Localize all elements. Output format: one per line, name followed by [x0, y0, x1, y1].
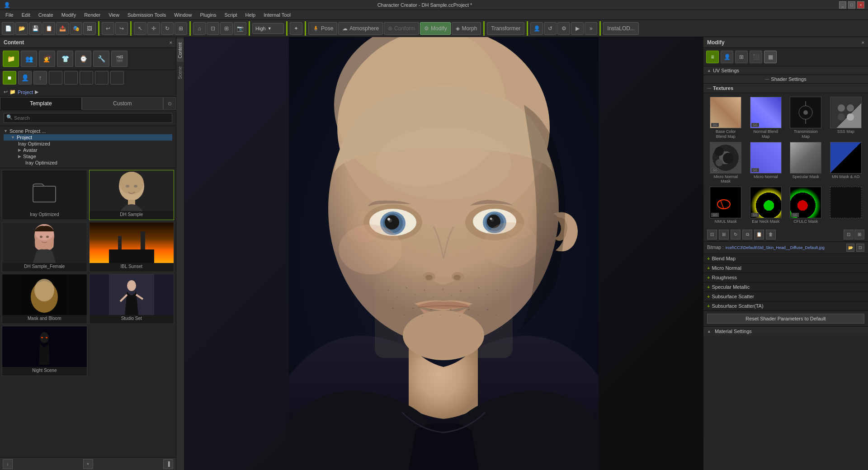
- view-toggle-btn[interactable]: ▐: [163, 459, 173, 469]
- filter-type1-btn[interactable]: 👤: [18, 71, 32, 85]
- bitmap-browse-btn[interactable]: 📂: [846, 244, 854, 252]
- menu-render[interactable]: Render: [80, 11, 104, 19]
- filter-type6-btn[interactable]: [95, 71, 108, 85]
- render-button[interactable]: 🖼: [83, 22, 96, 35]
- tex-tool-fullscreen[interactable]: ⊞: [854, 230, 864, 240]
- instalod-button[interactable]: InstaLOD...: [603, 22, 639, 35]
- atmosphere-button[interactable]: ☁ Atmosphere: [338, 22, 383, 35]
- tab-custom[interactable]: Custom: [82, 97, 164, 110]
- tree-project[interactable]: ▼ Project: [4, 134, 172, 141]
- texture-thumb-micro-normal-mask[interactable]: GG: [710, 142, 741, 174]
- tree-iray-optimized[interactable]: Iray Optimized: [4, 141, 172, 147]
- textures-section-header[interactable]: — Textures: [703, 84, 868, 93]
- pose-button[interactable]: 🧍 Pose: [308, 22, 337, 35]
- menu-script[interactable]: Script: [221, 11, 241, 19]
- cloth-icon-btn[interactable]: 👕: [57, 51, 73, 67]
- open-button[interactable]: 📂: [15, 22, 28, 35]
- tex-tool-copy[interactable]: ⧉: [742, 230, 752, 240]
- person-icon-btn[interactable]: 👤: [530, 22, 543, 35]
- list-item[interactable]: Iray Optimized: [2, 170, 87, 220]
- tex-tool-fit[interactable]: ⊞: [719, 230, 729, 240]
- scale-tool[interactable]: ⊞: [175, 22, 187, 35]
- uv-settings-section[interactable]: ▲ UV Settings: [703, 66, 868, 75]
- tree-scene-project[interactable]: ▼ Scene Project ...: [4, 128, 172, 134]
- roughness-section[interactable]: + Roughness: [703, 273, 868, 282]
- frame-button[interactable]: ⊡: [207, 22, 219, 35]
- close-button[interactable]: ×: [857, 1, 864, 9]
- home-view-button[interactable]: ⌂: [193, 22, 206, 35]
- tree-iray-optimized-2[interactable]: Iray Optimized: [4, 160, 172, 166]
- filter-type7-btn[interactable]: [110, 71, 124, 85]
- modify-vertex-btn[interactable]: ⬛: [750, 51, 762, 63]
- modify-transform-btn[interactable]: ⊞: [735, 51, 748, 63]
- morph-button[interactable]: ◈ Morph: [452, 22, 481, 35]
- material-settings-section[interactable]: ▲ Material Settings: [703, 326, 868, 336]
- select-tool[interactable]: ↖: [134, 22, 146, 35]
- filter-all-btn[interactable]: ■: [3, 71, 16, 85]
- menu-submission-tools[interactable]: Submission Tools: [124, 11, 170, 19]
- redo-button[interactable]: ↪: [115, 22, 128, 35]
- reset-shader-btn[interactable]: Reset Shader Parameters to Default: [707, 314, 864, 324]
- import-button[interactable]: 🎭: [70, 22, 82, 35]
- window-controls[interactable]: _ □ ×: [839, 1, 864, 9]
- viewport-canvas[interactable]: [184, 37, 703, 470]
- breadcrumb-project[interactable]: Project: [18, 89, 33, 95]
- blend-map-section[interactable]: + Blend Map: [703, 254, 868, 263]
- close-modify-btn[interactable]: ×: [862, 40, 864, 45]
- save-as-button[interactable]: 📋: [42, 22, 55, 35]
- scenes-icon-btn[interactable]: 📁: [3, 51, 19, 67]
- tabs-options-btn[interactable]: ⊙: [163, 97, 176, 110]
- list-item[interactable]: DH Sample_Female: [2, 222, 87, 272]
- tex-tool-rotate[interactable]: ↻: [731, 230, 741, 240]
- scroll-down-btn[interactable]: ↓: [3, 459, 13, 469]
- transformer-button[interactable]: Transformer: [487, 22, 524, 35]
- motion-icon-btn[interactable]: 🎬: [111, 51, 127, 67]
- menu-window[interactable]: Window: [170, 11, 195, 19]
- texture-thumb-specular-mask[interactable]: [790, 142, 821, 174]
- texture-thumb-transmission[interactable]: [790, 97, 821, 128]
- texture-thumb-base-color[interactable]: GG: [710, 97, 741, 128]
- save-button[interactable]: 💾: [29, 22, 42, 35]
- modify-texture-btn[interactable]: ▦: [764, 51, 777, 63]
- rotate-tool[interactable]: ↻: [161, 22, 174, 35]
- camera-button[interactable]: 📷: [234, 22, 246, 35]
- tex-tool-expand[interactable]: ⊡: [844, 230, 854, 240]
- morph-icon-btn[interactable]: 🔧: [93, 51, 109, 67]
- actors-icon-btn[interactable]: 👥: [21, 51, 37, 67]
- modify-params-btn[interactable]: ≡: [706, 51, 719, 63]
- filter-type2-btn[interactable]: ↑: [33, 71, 47, 85]
- micro-normal-section[interactable]: + Micro Normal: [703, 263, 868, 273]
- tree-stage[interactable]: ▶ Stage: [4, 153, 172, 160]
- minimize-button[interactable]: _: [839, 1, 846, 9]
- conform-button[interactable]: ⊛ Conform: [384, 22, 419, 35]
- menu-help[interactable]: Help: [242, 11, 259, 19]
- texture-thumb-ear-neck[interactable]: GG: [750, 187, 782, 218]
- list-item[interactable]: IBL Sunset: [89, 222, 175, 272]
- bitmap-expand-btn[interactable]: ⊡: [856, 244, 864, 252]
- rotate-char-btn[interactable]: ↺: [544, 22, 557, 35]
- texture-thumb-sss[interactable]: [830, 97, 862, 128]
- menu-create[interactable]: Create: [35, 11, 57, 19]
- tex-tool-paste[interactable]: 📋: [754, 230, 764, 240]
- side-tab-scene[interactable]: Scene: [177, 63, 184, 83]
- list-item[interactable]: DH Sample: [89, 170, 175, 220]
- texture-thumb-micro-normal[interactable]: GG: [750, 142, 782, 174]
- tab-template[interactable]: Template: [0, 97, 82, 110]
- side-tab-content[interactable]: Content: [177, 39, 184, 62]
- undo-button[interactable]: ↩: [102, 22, 114, 35]
- filter-type3-btn[interactable]: [49, 71, 62, 85]
- close-content-button[interactable]: ×: [170, 40, 172, 45]
- settings-btn[interactable]: ⚙: [557, 22, 570, 35]
- shader-settings-section[interactable]: — Shader Settings: [703, 75, 868, 84]
- filter-type5-btn[interactable]: [80, 71, 93, 85]
- grid-button[interactable]: ⊞: [220, 22, 233, 35]
- maximize-button[interactable]: □: [848, 1, 855, 9]
- search-input[interactable]: [4, 113, 172, 123]
- menu-internal-tool[interactable]: Internal Tool: [260, 11, 294, 19]
- add-item-btn[interactable]: +: [83, 459, 93, 469]
- move-tool[interactable]: ✛: [147, 22, 160, 35]
- new-button[interactable]: 📄: [2, 22, 14, 35]
- filter-type4-btn[interactable]: [64, 71, 78, 85]
- hair-icon-btn[interactable]: 💇: [39, 51, 55, 67]
- menu-file[interactable]: File: [2, 11, 17, 19]
